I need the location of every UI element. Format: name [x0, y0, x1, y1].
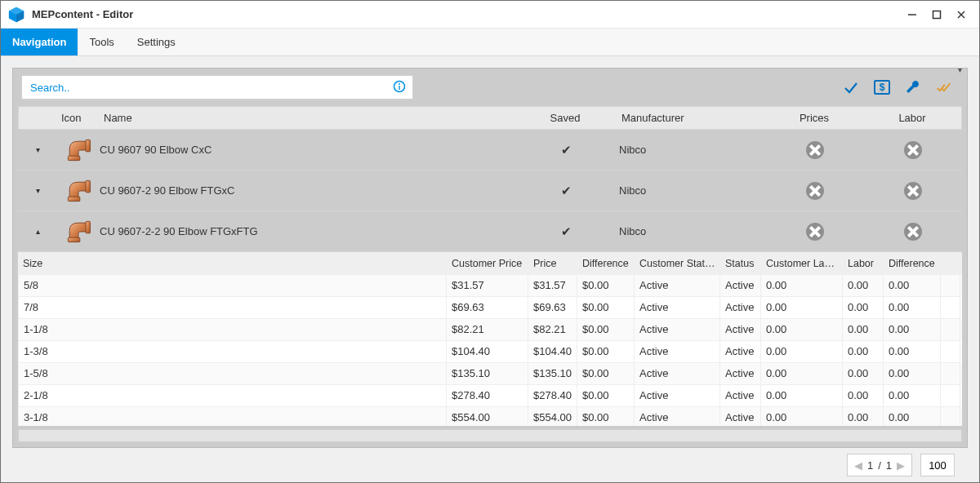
cell-labor[interactable]: 0.00	[843, 363, 884, 385]
cell-difference[interactable]: $0.00	[577, 275, 635, 297]
cell-customer-price[interactable]: $135.10	[447, 363, 528, 385]
detail-row[interactable]: 1-1/8$82.21$82.21$0.00ActiveActive0.000.…	[18, 319, 962, 341]
apply-icon[interactable]	[843, 79, 859, 95]
dh-labor[interactable]: Labor	[843, 258, 884, 269]
cell-customer-status[interactable]: Active	[635, 385, 720, 407]
dh-customer-labor[interactable]: Customer Labor	[761, 258, 843, 269]
dh-customer-status[interactable]: Customer Status	[635, 258, 720, 269]
cell-price[interactable]: $554.00	[528, 407, 577, 426]
labor-status[interactable]	[864, 141, 962, 159]
prices-status[interactable]	[766, 223, 864, 241]
cell-labor[interactable]: 0.00	[843, 341, 884, 363]
cell-customer-labor[interactable]: 0.00	[761, 275, 843, 297]
cell-difference[interactable]: $0.00	[577, 297, 635, 319]
cell-labor-diff[interactable]: 0.00	[884, 297, 941, 319]
cell-labor-diff[interactable]: 0.00	[884, 363, 941, 385]
cell-size[interactable]: 1-1/8	[18, 319, 447, 341]
row-expander-icon[interactable]: ▾	[18, 145, 57, 154]
page-size-input[interactable]	[920, 454, 955, 476]
cell-price[interactable]: $135.10	[528, 363, 577, 385]
detail-row[interactable]: 7/8$69.63$69.63$0.00ActiveActive0.000.00…	[18, 297, 962, 319]
search-input[interactable]	[29, 81, 388, 95]
menu-tools[interactable]: Tools	[78, 29, 125, 55]
cell-customer-status[interactable]: Active	[635, 341, 720, 363]
menu-navigation[interactable]: Navigation	[1, 29, 78, 55]
cell-price[interactable]: $82.21	[528, 319, 577, 341]
detail-row[interactable]: 1-3/8$104.40$104.40$0.00ActiveActive0.00…	[18, 341, 962, 363]
row-expander-icon[interactable]: ▴	[18, 227, 57, 236]
summary-row[interactable]: ▾CU 9607-2 90 Elbow FTGxC✔Nibco	[18, 171, 962, 211]
cell-labor[interactable]: 0.00	[843, 407, 884, 426]
close-button[interactable]	[950, 3, 973, 26]
pager-next-icon[interactable]: ▶	[897, 459, 905, 472]
prices-status[interactable]	[766, 141, 864, 159]
summary-row[interactable]: ▾CU 9607 90 Elbow CxC✔Nibco	[18, 130, 962, 171]
cell-difference[interactable]: $0.00	[577, 385, 635, 407]
dh-price[interactable]: Price	[528, 258, 577, 269]
cell-labor[interactable]: 0.00	[843, 297, 884, 319]
cell-customer-price[interactable]: $82.21	[447, 319, 528, 341]
labor-status[interactable]	[864, 223, 962, 241]
pricing-icon[interactable]: $	[874, 79, 890, 95]
cell-status[interactable]: Active	[720, 407, 761, 426]
cell-price[interactable]: $104.40	[528, 341, 577, 363]
labor-status[interactable]	[864, 182, 962, 200]
detail-row[interactable]: 1-5/8$135.10$135.10$0.00ActiveActive0.00…	[18, 363, 962, 385]
cell-price[interactable]: $278.40	[528, 385, 577, 407]
dh-customer-price[interactable]: Customer Price	[447, 258, 528, 269]
cell-size[interactable]: 1-5/8	[18, 363, 447, 385]
cell-customer-price[interactable]: $278.40	[447, 385, 528, 407]
detail-row[interactable]: 3-1/8$554.00$554.00$0.00ActiveActive0.00…	[18, 407, 962, 426]
cell-labor[interactable]: 0.00	[843, 319, 884, 341]
cell-customer-status[interactable]: Active	[635, 319, 720, 341]
cell-customer-status[interactable]: Active	[635, 297, 720, 319]
dh-size[interactable]: Size	[18, 258, 447, 269]
cell-labor[interactable]: 0.00	[843, 275, 884, 297]
info-icon[interactable]	[393, 80, 406, 95]
cell-customer-status[interactable]: Active	[635, 363, 720, 385]
cell-size[interactable]: 2-1/8	[18, 385, 447, 407]
cell-labor-diff[interactable]: 0.00	[884, 407, 941, 426]
cell-status[interactable]: Active	[720, 275, 761, 297]
cell-labor-diff[interactable]: 0.00	[884, 385, 941, 407]
cell-size[interactable]: 7/8	[18, 297, 447, 319]
cell-size[interactable]: 3-1/8	[18, 407, 447, 426]
cell-difference[interactable]: $0.00	[577, 407, 635, 426]
panel-options-caret-icon[interactable]: ▾	[958, 65, 962, 74]
cell-difference[interactable]: $0.00	[577, 363, 635, 385]
dh-difference[interactable]: Difference	[577, 258, 635, 269]
cell-status[interactable]: Active	[720, 385, 761, 407]
minimize-button[interactable]	[901, 3, 924, 26]
cell-customer-price[interactable]: $554.00	[447, 407, 528, 426]
cell-size[interactable]: 5/8	[18, 275, 447, 297]
cell-labor-diff[interactable]: 0.00	[884, 341, 941, 363]
cell-difference[interactable]: $0.00	[577, 341, 635, 363]
cell-status[interactable]: Active	[720, 319, 761, 341]
row-expander-icon[interactable]: ▾	[18, 186, 57, 195]
cell-price[interactable]: $31.57	[528, 275, 577, 297]
cell-customer-status[interactable]: Active	[635, 407, 720, 426]
cell-customer-labor[interactable]: 0.00	[761, 363, 843, 385]
cell-difference[interactable]: $0.00	[577, 319, 635, 341]
cell-customer-labor[interactable]: 0.00	[761, 319, 843, 341]
cell-customer-price[interactable]: $69.63	[447, 297, 528, 319]
menu-settings[interactable]: Settings	[126, 29, 187, 55]
detail-row[interactable]: 2-1/8$278.40$278.40$0.00ActiveActive0.00…	[18, 385, 962, 407]
summary-row[interactable]: ▴CU 9607-2-2 90 Elbow FTGxFTG✔Nibco	[18, 211, 962, 252]
dh-labor-diff[interactable]: Difference	[884, 258, 941, 269]
cell-customer-labor[interactable]: 0.00	[761, 385, 843, 407]
cell-size[interactable]: 1-3/8	[18, 341, 447, 363]
cell-labor-diff[interactable]: 0.00	[884, 319, 941, 341]
cell-customer-labor[interactable]: 0.00	[761, 341, 843, 363]
detail-row[interactable]: 5/8$31.57$31.57$0.00ActiveActive0.000.00…	[18, 275, 962, 297]
cell-labor[interactable]: 0.00	[843, 385, 884, 407]
cell-price[interactable]: $69.63	[528, 297, 577, 319]
cell-status[interactable]: Active	[720, 363, 761, 385]
prices-status[interactable]	[766, 182, 864, 200]
cell-status[interactable]: Active	[720, 297, 761, 319]
cell-customer-status[interactable]: Active	[635, 275, 720, 297]
approve-all-icon[interactable]	[936, 79, 952, 95]
horizontal-scrollbar[interactable]	[18, 429, 962, 442]
cell-customer-labor[interactable]: 0.00	[761, 297, 843, 319]
maximize-button[interactable]	[925, 3, 948, 26]
